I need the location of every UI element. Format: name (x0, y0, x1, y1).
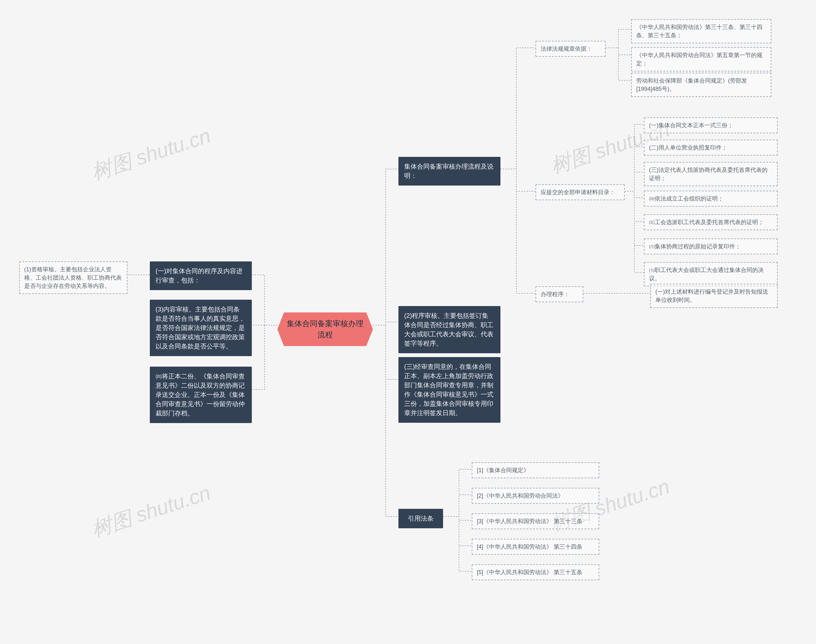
citation-item[interactable]: [2]《中华人民共和国劳动合同法》 (472, 488, 599, 504)
citation-item[interactable]: [3]《中华人民共和国劳动法》 第三十三条 (472, 513, 599, 529)
material-item[interactable]: ㈥集体协商过程的原始记录复印件； (644, 238, 778, 255)
watermark: 树图 shutu.cn (88, 479, 214, 544)
materials-label[interactable]: 应提交的全部申请材料目录： (536, 184, 625, 200)
law-item[interactable]: 《中华人民共和国劳动合同法》第五章第一节的规定； (631, 47, 772, 71)
watermark: 树图 shutu.cn (88, 122, 214, 187)
material-item[interactable]: (一)集体合同文本正本一式三份； (644, 117, 778, 133)
right-branch-approval[interactable]: (三)经审查同意的，在集体合同正本、副本左上角加盖劳动行政部门集体合同审查专用章… (398, 357, 501, 423)
law-basis-label[interactable]: 法律法规规章依据： (536, 41, 606, 57)
material-item[interactable]: (三)法定代表人指派协商代表及委托首席代表的证明； (644, 162, 778, 186)
left-branch-1-leaf[interactable]: (1)资格审核。主要包括企业法人资格、工会社团法人资格、职工协商代表是否与企业存… (19, 261, 127, 294)
citation-item[interactable]: [1]《集体合同规定》 (472, 462, 599, 478)
law-item[interactable]: 劳动和社会保障部《集体合同规定》(劳部发[1994]485号)。 (631, 73, 772, 97)
root-node[interactable]: 集体合同备案审核办理流程 (277, 313, 373, 346)
right-branch-citations[interactable]: 引用法条 (398, 509, 443, 528)
procedure-item[interactable]: (一)对上述材料进行编号登记并及时告知报送单位收到时间。 (650, 284, 778, 308)
right-branch-process-desc[interactable]: 集体合同备案审核办理流程及说明： (398, 157, 501, 186)
material-item[interactable]: ㈣依法成立工会组织的证明； (644, 191, 778, 207)
citation-item[interactable]: [4]《中华人民共和国劳动法》 第三十四条 (472, 539, 599, 555)
material-item[interactable]: ㈤工会选派职工代表及委托首席代表的证明； (644, 214, 778, 230)
procedure-label[interactable]: 办理程序： (536, 286, 583, 302)
law-item[interactable]: 《中华人民共和国劳动法》第三十三条、第三十四条、第三十五条； (631, 19, 772, 43)
right-branch-procedure-review[interactable]: (2)程序审核。主要包括签订集体合同是否经过集体协商、职工大会或职工代表大会审议… (398, 306, 501, 353)
left-branch-2[interactable]: (3)内容审核。主要包括合同条款是否符合当事人的真实意思，是否符合国家法律法规规… (150, 300, 252, 356)
material-item[interactable]: (二)用人单位营业执照复印件； (644, 140, 778, 156)
material-item[interactable]: ㈦职工代表大会或职工大会通过集体合同的决议。 (644, 262, 778, 286)
citation-item[interactable]: [5]《中华人民共和国劳动法》 第三十五条 (472, 564, 599, 580)
left-branch-1[interactable]: (一)对集体合同的程序及内容进行审查，包括： (150, 261, 252, 290)
left-branch-3[interactable]: ㈣将正本二份、《集体合同审查意见书》二份以及双方的协商记录送交企业。正本一份及《… (150, 366, 252, 423)
